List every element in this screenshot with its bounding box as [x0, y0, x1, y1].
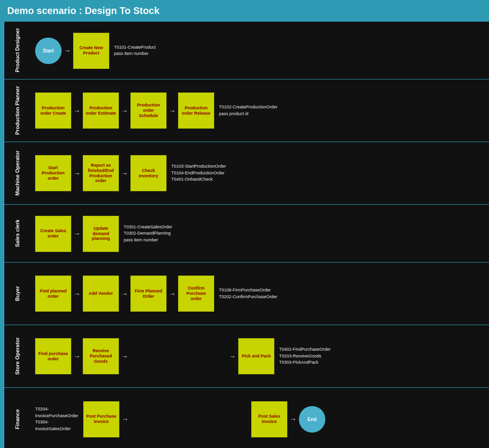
task-receive-purchased-goods[interactable]: Receive Purchased Goods: [83, 338, 119, 374]
task-start-production-order[interactable]: Start Production order: [35, 155, 71, 191]
arrow-3: →: [119, 107, 130, 115]
task-firm-planned-order[interactable]: Firm Planned Order: [130, 276, 167, 312]
task-find-planned-order[interactable]: Find planned order: [35, 276, 71, 312]
lane-product-designer: Product Designer Start → Create New Prod…: [4, 22, 489, 79]
task-production-order-schedule[interactable]: Production order Schedule: [130, 92, 167, 129]
arrow-14: →: [119, 415, 131, 423]
arrow-11: →: [71, 353, 83, 360]
task-confirm-purchase-order[interactable]: Confirm Purchase order: [178, 276, 214, 312]
lane-sales-clerk: Sales clerk Create Sales order → Update …: [4, 205, 489, 263]
lane-label-machine-operator: Machine Operator: [4, 142, 30, 204]
end-node: End: [299, 406, 325, 433]
task-check-inventory[interactable]: Check Inventory: [130, 155, 167, 191]
arrow-9: →: [119, 290, 130, 298]
arrow-1: →: [62, 47, 73, 54]
lane-label-sales-clerk: Sales clerk: [4, 205, 30, 262]
annotation-t0108: T0108-FirmPurchaseOrder T0202-ConfirmPur…: [219, 287, 277, 300]
task-add-vendor[interactable]: Add Vendor: [83, 276, 119, 312]
lane-content-finance: T0204-InvoicePurchaseOrder T0304-Invoice…: [30, 388, 489, 448]
lane-buyer: Buyer Find planned order → Add Vendor → …: [4, 263, 489, 325]
lane-production-planner: Production Planner Production order Crea…: [4, 79, 489, 142]
task-report-finished[interactable]: Report as finished/End Production order: [83, 155, 119, 191]
lane-machine-operator: Machine Operator Start Production order …: [4, 142, 489, 205]
arrow-15: →: [287, 415, 299, 423]
arrow-8: →: [71, 290, 83, 298]
annotation-t0402: T0402-FindPurchaseOrder T0203-ReceiveGoo…: [279, 346, 331, 366]
annotation-t0301: T0301-CreateSalesOrder T0302-DemandPlann…: [124, 224, 172, 244]
task-production-order-create[interactable]: Production order Create: [35, 92, 71, 129]
annotation-t0204: T0204-InvoicePurchaseOrder T0304-Invoice…: [35, 406, 78, 432]
lane-label-production-planner: Production Planner: [4, 79, 30, 142]
task-post-purchase-invoice[interactable]: Post Purchase Invoice: [83, 401, 119, 437]
title-text: Demo scenario : Design To Stock: [7, 5, 159, 16]
task-production-order-release[interactable]: Production order Release: [178, 92, 214, 129]
arrow-2: →: [71, 107, 83, 115]
lane-finance: Finance T0204-InvoicePurchaseOrder T0304…: [4, 388, 489, 448]
diagram-area: Product Designer Start → Create New Prod…: [4, 22, 489, 448]
task-production-order-estimate[interactable]: Production order Estimate: [83, 92, 119, 129]
task-update-demand-planning[interactable]: Update demand planning: [83, 216, 119, 252]
task-create-sales-order[interactable]: Create Sales order: [35, 216, 71, 252]
annotation-t0103: T0103-StartProductionOrder T0104-EndProd…: [171, 163, 226, 183]
task-find-purchase-order[interactable]: Find purchase order: [35, 338, 71, 374]
lane-label-buyer: Buyer: [4, 263, 30, 325]
task-create-new-product[interactable]: Create New Product: [73, 33, 109, 69]
lane-content-sales-clerk: Create Sales order → Update demand plann…: [30, 205, 489, 263]
lane-label-product-designer: Product Designer: [4, 22, 30, 79]
arrow-12: →: [119, 353, 130, 360]
lane-store-operator: Store Operator Find purchase order → Rec…: [4, 325, 489, 388]
arrow-4: →: [167, 107, 178, 115]
arrow-10: →: [167, 290, 178, 298]
task-post-sales-invoice[interactable]: Post Sales Invoice: [251, 401, 287, 437]
left-accent-bar: [0, 22, 4, 448]
lane-label-store-operator: Store Operator: [4, 325, 30, 387]
lane-content-machine-operator: Start Production order → Report as finis…: [30, 142, 489, 204]
annotation-t0101: T0101-CreateProduct pass item number: [114, 44, 156, 57]
lane-label-finance: Finance: [4, 388, 30, 448]
lane-content-product-designer: Start → Create New Product T0101-CreateP…: [30, 22, 489, 79]
annotation-t0102: T0102-CreateProductionOrder pass product…: [219, 104, 278, 117]
lane-content-buyer: Find planned order → Add Vendor → Firm P…: [30, 263, 489, 325]
page-title: Demo scenario : Design To Stock: [0, 0, 489, 22]
lane-content-production-planner: Production order Create → Production ord…: [30, 79, 489, 142]
start-node: Start: [35, 38, 62, 64]
arrow-13: →: [227, 353, 238, 360]
arrow-6: →: [119, 170, 130, 177]
lane-content-store-operator: Find purchase order → Receive Purchased …: [30, 325, 489, 387]
task-pick-and-pack[interactable]: Pick and Pack: [238, 338, 274, 374]
arrow-5: →: [71, 170, 83, 177]
arrow-7: →: [71, 230, 83, 237]
